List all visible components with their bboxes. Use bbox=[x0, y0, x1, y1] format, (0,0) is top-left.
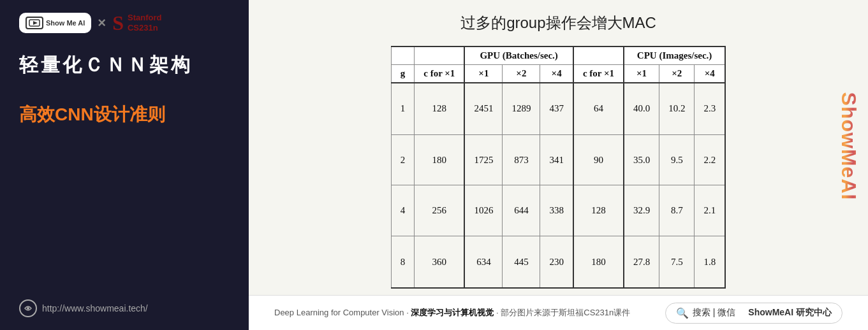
cell-cpu-x1: 32.9 bbox=[624, 185, 659, 236]
cell-gpu-x4: 338 bbox=[540, 185, 573, 236]
th-c1: c for ×1 bbox=[415, 65, 465, 83]
cell-gpu-x1: 1026 bbox=[464, 185, 503, 236]
footer-text-part1: Deep Learning for Computer Vision bbox=[274, 308, 404, 317]
cell-cpu-x1: 35.0 bbox=[624, 134, 659, 185]
cell-cpu-x4: 2.3 bbox=[695, 83, 725, 134]
th-cpu: CPU (Images/sec.) bbox=[624, 47, 725, 65]
search-box[interactable]: 🔍 搜索 | 微信 ShowMeAI 研究中心 bbox=[665, 303, 842, 324]
sidebar: Show Me Al × S Stanford CS231n 轻量化ＣＮＮ架构 … bbox=[0, 0, 249, 330]
cell-c1: 128 bbox=[415, 83, 465, 134]
table-row: 4 256 1026 644 338 128 32.9 8.7 2.1 bbox=[391, 185, 725, 236]
cell-cpu-x2: 9.5 bbox=[659, 134, 695, 185]
th-empty1 bbox=[391, 47, 415, 65]
cell-cpu-x1: 27.8 bbox=[624, 236, 659, 288]
stanford-text: Stanford CS231n bbox=[128, 13, 161, 32]
cell-g: 2 bbox=[391, 134, 415, 185]
data-table: GPU (Batches/sec.) CPU (Images/sec.) g c… bbox=[391, 46, 726, 289]
cell-cpu-x2: 7.5 bbox=[659, 236, 695, 288]
search-label: 搜索 | 微信 bbox=[693, 307, 735, 319]
course-name: CS231n bbox=[128, 23, 161, 33]
cell-gpu-x2: 873 bbox=[503, 134, 540, 185]
cell-c2: 128 bbox=[573, 185, 624, 236]
svg-marker-1 bbox=[33, 21, 38, 25]
sidebar-url[interactable]: http://www.showmeai.tech/ bbox=[19, 299, 148, 317]
search-icon: 🔍 bbox=[676, 307, 689, 319]
cell-cpu-x4: 2.2 bbox=[695, 134, 725, 185]
cell-gpu-x4: 437 bbox=[540, 83, 573, 134]
cell-c1: 256 bbox=[415, 185, 465, 236]
logo-area: Show Me Al × S Stanford CS231n bbox=[19, 13, 161, 33]
th-gpu: GPU (Batches/sec.) bbox=[464, 47, 573, 65]
th-x1-cpu: ×1 bbox=[624, 65, 659, 83]
stanford-name: Stanford bbox=[128, 13, 161, 23]
cell-c1: 360 bbox=[415, 236, 465, 288]
stanford-logo: S Stanford CS231n bbox=[112, 13, 161, 33]
stanford-s-letter: S bbox=[112, 13, 124, 33]
table-wrapper: GPU (Batches/sec.) CPU (Images/sec.) g c… bbox=[274, 46, 842, 289]
footer: Deep Learning for Computer Vision · 深度学习… bbox=[249, 295, 868, 330]
footer-text-part3: 部分图片来源于斯坦福CS231n课件 bbox=[501, 308, 630, 317]
showmeai-logo: Show Me Al bbox=[19, 13, 91, 33]
sidebar-title: 轻量化ＣＮＮ架构 bbox=[19, 52, 193, 77]
cell-gpu-x2: 1289 bbox=[503, 83, 540, 134]
header-row-top: GPU (Batches/sec.) CPU (Images/sec.) bbox=[391, 47, 725, 65]
th-empty2 bbox=[415, 47, 465, 65]
cell-gpu-x2: 644 bbox=[503, 185, 540, 236]
table-row: 2 180 1725 873 341 90 35.0 9.5 2.2 bbox=[391, 134, 725, 185]
cell-gpu-x1: 2451 bbox=[464, 83, 503, 134]
th-x2-cpu: ×2 bbox=[659, 65, 695, 83]
showmeai-icon-box bbox=[26, 17, 43, 29]
arrow-icon bbox=[19, 299, 37, 317]
footer-text-part2: 深度学习与计算机视觉 bbox=[411, 308, 494, 317]
main-title: 过多的group操作会增大MAC bbox=[274, 13, 842, 33]
cell-g: 1 bbox=[391, 83, 415, 134]
cell-cpu-x2: 10.2 bbox=[659, 83, 695, 134]
cell-cpu-x1: 40.0 bbox=[624, 83, 659, 134]
cell-c2: 90 bbox=[573, 134, 624, 185]
table-row: 8 360 634 445 230 180 27.8 7.5 1.8 bbox=[391, 236, 725, 288]
cell-gpu-x4: 341 bbox=[540, 134, 573, 185]
cell-cpu-x4: 1.8 bbox=[695, 236, 725, 288]
cell-cpu-x4: 2.1 bbox=[695, 185, 725, 236]
th-x1-gpu: ×1 bbox=[464, 65, 503, 83]
search-brand: ShowMeAI 研究中心 bbox=[748, 307, 832, 319]
showmeai-label: Show Me Al bbox=[46, 19, 85, 27]
url-text: http://www.showmeai.tech/ bbox=[42, 303, 148, 313]
cell-cpu-x2: 8.7 bbox=[659, 185, 695, 236]
svg-point-2 bbox=[27, 307, 29, 310]
th-x2-gpu: ×2 bbox=[503, 65, 540, 83]
table-row: 1 128 2451 1289 437 64 40.0 10.2 2.3 bbox=[391, 83, 725, 134]
header-row-sub: g c for ×1 ×1 ×2 ×4 c for ×1 ×1 ×2 ×4 bbox=[391, 65, 725, 83]
cell-gpu-x2: 445 bbox=[503, 236, 540, 288]
th-empty3 bbox=[573, 47, 624, 65]
table-body: 1 128 2451 1289 437 64 40.0 10.2 2.3 2 1… bbox=[391, 83, 725, 288]
cell-c1: 180 bbox=[415, 134, 465, 185]
cell-c2: 64 bbox=[573, 83, 624, 134]
content-body: 过多的group操作会增大MAC GPU (Batches/sec.) CPU … bbox=[249, 0, 868, 295]
th-x4-gpu: ×4 bbox=[540, 65, 573, 83]
cell-g: 4 bbox=[391, 185, 415, 236]
cell-c2: 180 bbox=[573, 236, 624, 288]
cell-gpu-x4: 230 bbox=[540, 236, 573, 288]
th-c2: c for ×1 bbox=[573, 65, 624, 83]
cell-gpu-x1: 634 bbox=[464, 236, 503, 288]
main-content: 过多的group操作会增大MAC GPU (Batches/sec.) CPU … bbox=[249, 0, 868, 330]
footer-text: Deep Learning for Computer Vision · 深度学习… bbox=[274, 307, 630, 319]
cell-g: 8 bbox=[391, 236, 415, 288]
x-separator: × bbox=[98, 15, 106, 31]
sidebar-subtitle: 高效CNN设计准则 bbox=[19, 103, 165, 127]
cell-gpu-x1: 1725 bbox=[464, 134, 503, 185]
th-x4-cpu: ×4 bbox=[695, 65, 725, 83]
th-g: g bbox=[391, 65, 415, 83]
